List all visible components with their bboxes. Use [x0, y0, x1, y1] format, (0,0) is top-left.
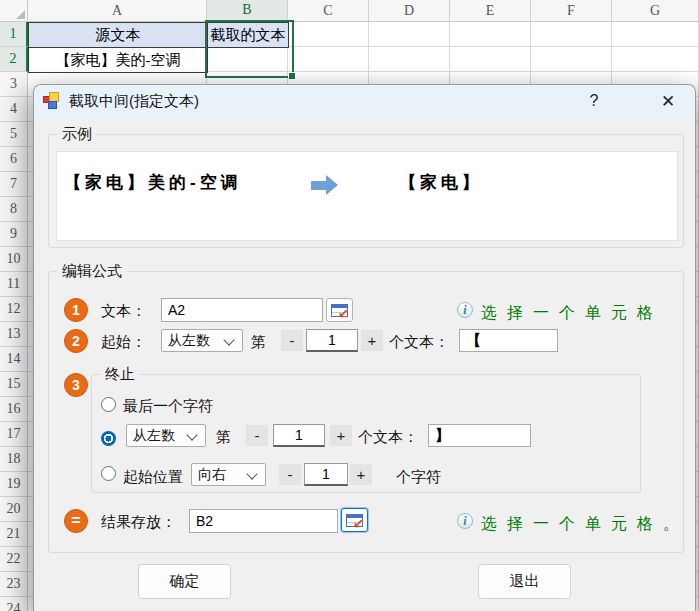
step3-badge: 3	[64, 373, 88, 397]
row-header-4[interactable]: 4	[0, 97, 28, 122]
dialog-title: 截取中间(指定文本)	[69, 92, 199, 111]
info-icon: i	[457, 513, 473, 529]
row-header-5[interactable]: 5	[0, 122, 28, 147]
step2-badge: 2	[64, 329, 88, 353]
start-label: 起始：	[101, 333, 146, 352]
end-direction-dropdown[interactable]: 从左数	[126, 424, 206, 447]
result-badge: =	[64, 509, 88, 533]
end-group-label: 终止	[100, 365, 140, 384]
start-direction-value: 从左数	[168, 332, 210, 350]
radio-offset[interactable]	[101, 466, 116, 481]
column-header-E[interactable]: E	[450, 0, 531, 22]
row-header-1[interactable]: 1	[0, 22, 28, 47]
column-header-A[interactable]: A	[28, 0, 207, 22]
end-plus-button[interactable]: +	[330, 425, 352, 446]
row-header-21[interactable]: 21	[0, 522, 28, 547]
chevron-down-icon	[223, 334, 234, 345]
text-hint: 选择一个单元格	[481, 303, 663, 324]
fill-handle[interactable]	[288, 72, 296, 80]
result-hint: 选择一个单元格。	[481, 514, 689, 535]
row-header-14[interactable]: 14	[0, 347, 28, 372]
end-minus-button[interactable]: -	[246, 425, 268, 446]
end-unit-label: 个文本：	[358, 428, 418, 447]
start-count-input[interactable]: 1	[306, 329, 358, 352]
chevron-down-icon	[186, 429, 197, 440]
offset-direction-dropdown[interactable]: 向右	[191, 463, 266, 486]
text-ref-input[interactable]: A2	[161, 298, 323, 322]
formula-group-label: 编辑公式	[57, 262, 127, 281]
row-header-16[interactable]: 16	[0, 397, 28, 422]
offset-count-input[interactable]: 1	[304, 463, 348, 486]
start-unit-label: 个文本：	[389, 333, 449, 352]
row-headers: 123456789101112131415161718192021222324	[0, 22, 28, 611]
start-direction-dropdown[interactable]: 从左数	[161, 329, 243, 352]
end-ordinal-label: 第	[216, 428, 231, 447]
column-headers: ABCDEFG	[28, 0, 699, 22]
row-header-11[interactable]: 11	[0, 272, 28, 297]
app-icon	[43, 92, 61, 110]
cell-a2[interactable]: 【家电】美的-空调	[28, 47, 208, 73]
extract-middle-dialog: 截取中间(指定文本) ? ✕ 示例 【家电】美的-空调 【家电】 编辑公式 1 …	[33, 84, 696, 611]
end-match-input[interactable]: 】	[428, 424, 531, 447]
column-header-G[interactable]: G	[612, 0, 699, 22]
row-header-10[interactable]: 10	[0, 247, 28, 272]
red-arrow-icon: ↙	[338, 307, 349, 320]
close-icon[interactable]: ✕	[648, 85, 688, 117]
example-result-text: 【家电】	[399, 171, 483, 194]
example-group-label: 示例	[57, 125, 97, 144]
start-plus-button[interactable]: +	[361, 330, 383, 351]
row-header-18[interactable]: 18	[0, 447, 28, 472]
info-icon: i	[457, 302, 473, 318]
end-count-input[interactable]: 1	[273, 424, 325, 447]
exit-button[interactable]: 退出	[478, 564, 571, 599]
column-header-D[interactable]: D	[369, 0, 450, 22]
radio-nth-text[interactable]	[101, 431, 116, 446]
start-minus-button[interactable]: -	[281, 330, 303, 351]
cell-a1[interactable]: 源文本	[28, 22, 208, 48]
select-all-corner[interactable]	[0, 0, 28, 22]
row-header-20[interactable]: 20	[0, 497, 28, 522]
column-header-C[interactable]: C	[288, 0, 369, 22]
offset-minus-button[interactable]: -	[279, 464, 301, 485]
result-ref-input[interactable]: B2	[189, 509, 338, 533]
radio-last-char[interactable]	[101, 397, 116, 412]
example-source-text: 【家电】美的-空调	[64, 171, 242, 194]
offset-unit-label: 个字符	[396, 468, 441, 487]
column-header-F[interactable]: F	[531, 0, 612, 22]
row-header-8[interactable]: 8	[0, 197, 28, 222]
screen: ABCDEFG 12345678910111213141516171819202…	[0, 0, 699, 611]
chevron-down-icon	[246, 468, 257, 479]
row-header-3[interactable]: 3	[0, 72, 28, 97]
result-cell-picker-button[interactable]: ↙	[341, 508, 368, 532]
row-header-23[interactable]: 23	[0, 572, 28, 597]
text-cell-picker-button[interactable]: ↙	[326, 298, 353, 322]
offset-direction-value: 向右	[198, 466, 226, 484]
example-panel	[56, 151, 678, 241]
row-header-6[interactable]: 6	[0, 147, 28, 172]
start-ordinal-label: 第	[251, 333, 266, 352]
text-label: 文本：	[101, 302, 146, 321]
example-arrow-icon	[311, 181, 326, 190]
row-header-19[interactable]: 19	[0, 472, 28, 497]
help-button[interactable]: ?	[574, 85, 614, 117]
row-header-17[interactable]: 17	[0, 422, 28, 447]
row-header-15[interactable]: 15	[0, 372, 28, 397]
row-header-24[interactable]: 24	[0, 597, 28, 611]
ok-button[interactable]: 确定	[138, 564, 231, 599]
end-direction-value: 从左数	[133, 427, 175, 445]
offset-label: 起始位置	[123, 468, 183, 487]
row-header-9[interactable]: 9	[0, 222, 28, 247]
step1-badge: 1	[64, 298, 88, 322]
row-header-7[interactable]: 7	[0, 172, 28, 197]
radio-last-char-label: 最后一个字符	[123, 397, 213, 416]
result-label: 结果存放：	[101, 513, 176, 532]
start-match-input[interactable]: 【	[459, 329, 558, 352]
row-header-2[interactable]: 2	[0, 47, 28, 72]
row-header-22[interactable]: 22	[0, 547, 28, 572]
row-header-12[interactable]: 12	[0, 297, 28, 322]
row-header-13[interactable]: 13	[0, 322, 28, 347]
offset-plus-button[interactable]: +	[350, 464, 372, 485]
column-header-B[interactable]: B	[207, 0, 288, 22]
selection-outline	[205, 20, 294, 78]
example-arrow-head	[326, 175, 338, 195]
